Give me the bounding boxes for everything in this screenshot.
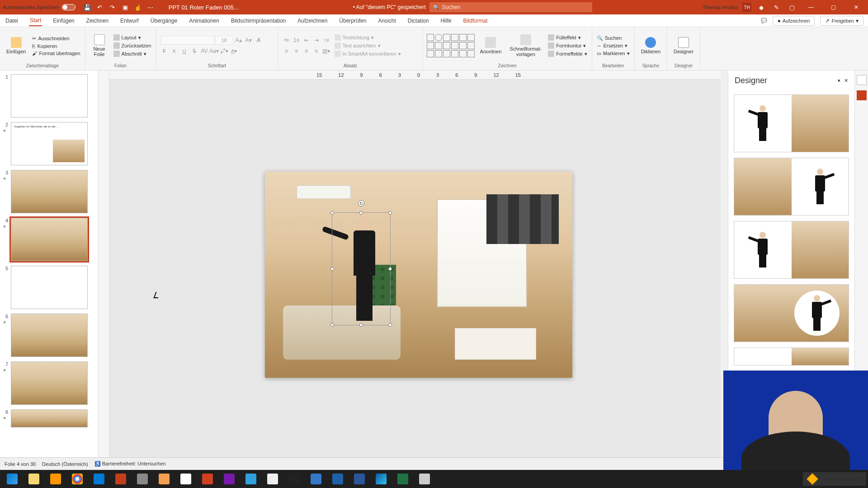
telegram-icon[interactable]	[241, 470, 261, 488]
italic-button[interactable]: K	[170, 47, 179, 56]
bold-button[interactable]: F	[160, 47, 169, 56]
tab-datei[interactable]: Datei	[5, 16, 19, 26]
design-suggestion-1[interactable]	[734, 94, 849, 152]
explorer-icon[interactable]	[24, 470, 44, 488]
smartart-button[interactable]: In SmartArt konvertieren ▾	[334, 50, 402, 57]
reset-button[interactable]: Zurücksetzen	[113, 42, 152, 49]
find-button[interactable]: 🔍Suchen	[596, 35, 631, 42]
slide-thumb-2[interactable]: Vorgehen für Menschen die an der …	[11, 122, 88, 165]
slide-thumb-1[interactable]	[11, 74, 88, 117]
align-left-icon[interactable]: ≡	[282, 47, 291, 56]
slide-thumb-7[interactable]	[11, 361, 88, 405]
rotate-handle[interactable]	[358, 200, 364, 206]
chevron-down-icon[interactable]: ▾	[838, 78, 840, 84]
tab-aufzeichnen[interactable]: Aufzeichnen	[297, 16, 328, 26]
search-box[interactable]: 🔍	[429, 2, 592, 12]
underline-button[interactable]: U	[180, 47, 189, 56]
vlc-icon[interactable]	[154, 470, 175, 488]
resize-handle[interactable]	[330, 323, 334, 327]
new-slide-button[interactable]: Neue Folie	[89, 33, 110, 58]
copy-button[interactable]: ⎘Kopieren	[31, 43, 81, 49]
touch-icon[interactable]: ☝	[132, 2, 143, 13]
tab-bildformat[interactable]: Bildformat	[462, 16, 488, 26]
undo-icon[interactable]: ↶	[94, 2, 105, 13]
app-icon[interactable]	[414, 470, 435, 488]
onenote-icon[interactable]	[219, 470, 240, 488]
indent-dec-icon[interactable]: ⇤	[302, 36, 311, 45]
design-suggestion-3[interactable]	[734, 221, 849, 279]
font-size-select[interactable]: 18	[215, 36, 233, 45]
resize-handle[interactable]	[359, 211, 363, 215]
rail-designer-icon[interactable]	[857, 90, 867, 100]
designer-button[interactable]: Designer	[671, 36, 696, 55]
qat-more-icon[interactable]: ⋯	[145, 2, 156, 13]
shape-effects-button[interactable]: Formeffekte ▾	[547, 50, 588, 57]
rail-button-1[interactable]	[857, 75, 867, 85]
paste-button[interactable]: Einfügen	[4, 36, 28, 55]
redo-icon[interactable]: ↷	[107, 2, 118, 13]
font-family-select[interactable]	[160, 36, 214, 45]
shapes-gallery[interactable]	[427, 34, 475, 57]
coming-soon-icon[interactable]: ◆	[756, 2, 767, 13]
highlight-button[interactable]: 🖍▾	[220, 47, 229, 56]
cut-button[interactable]: ✂Ausschneiden	[31, 35, 81, 42]
present-icon[interactable]: ▣	[120, 2, 131, 13]
start-button[interactable]	[2, 470, 23, 488]
strike-button[interactable]: S̶	[190, 47, 199, 56]
comments-icon[interactable]: 💬	[761, 18, 767, 23]
tab-ansicht[interactable]: Ansicht	[377, 16, 396, 26]
camtasia-icon[interactable]	[306, 470, 326, 488]
app-icon[interactable]	[327, 470, 348, 488]
chrome-icon[interactable]	[67, 470, 88, 488]
slide-counter[interactable]: Folie 4 von 30	[5, 461, 36, 467]
taskbar-notification[interactable]: Construction on W	[803, 472, 866, 486]
window-icon[interactable]: ▢	[787, 2, 797, 13]
resize-handle[interactable]	[388, 267, 392, 271]
selection-box[interactable]	[332, 212, 391, 325]
slide-thumb-6[interactable]	[11, 314, 88, 357]
clear-format-icon[interactable]: A̸	[254, 36, 263, 45]
section-button[interactable]: Abschnitt ▾	[113, 50, 152, 57]
minimize-button[interactable]: ―	[802, 0, 820, 14]
tab-entwurf[interactable]: Entwurf	[119, 16, 140, 26]
case-button[interactable]: Aa▾	[210, 47, 219, 56]
tab-uebergaenge[interactable]: Übergänge	[150, 16, 178, 26]
slide-canvas[interactable]	[265, 172, 572, 378]
tab-zeichnen[interactable]: Zeichnen	[85, 16, 109, 26]
pen-icon[interactable]: ✎	[771, 2, 782, 13]
slide-thumbnail-panel[interactable]: 1 2★Vorgehen für Menschen die an der … 3…	[0, 70, 99, 470]
language-status[interactable]: Deutsch (Österreich)	[42, 461, 88, 467]
resize-handle[interactable]	[330, 267, 334, 271]
indent-inc-icon[interactable]: ⇥	[312, 36, 321, 45]
search-input[interactable]	[442, 4, 589, 10]
app-icon[interactable]	[175, 470, 196, 488]
resize-handle[interactable]	[388, 323, 392, 327]
shape-outline-button[interactable]: Formkontur ▾	[547, 42, 588, 49]
outlook-icon[interactable]	[89, 470, 109, 488]
tab-einfuegen[interactable]: Einfügen	[52, 16, 75, 26]
design-suggestion-5[interactable]	[734, 347, 849, 366]
firefox-icon[interactable]	[45, 470, 66, 488]
save-icon[interactable]: 💾	[82, 2, 93, 13]
align-text-button[interactable]: Text ausrichten ▾	[334, 42, 402, 49]
share-button[interactable]: ↗ Freigeben ▾	[820, 16, 863, 26]
edge-icon[interactable]	[371, 470, 392, 488]
accessibility-status[interactable]: ♿ Barrierefreiheit: Untersuchen	[94, 461, 166, 467]
quick-styles-button[interactable]: Schnellformat- vorlagen	[507, 33, 544, 58]
resize-handle[interactable]	[330, 211, 334, 215]
tab-start[interactable]: Start	[29, 15, 42, 26]
align-center-icon[interactable]: ≡	[292, 47, 301, 56]
maximize-button[interactable]: ▢	[825, 0, 843, 14]
tab-ueberpruefen[interactable]: Überprüfen	[338, 16, 367, 26]
columns-icon[interactable]: ▥▾	[322, 47, 331, 56]
slide-thumb-3[interactable]	[11, 170, 88, 213]
replace-button[interactable]: ↔Ersetzen ▾	[596, 42, 631, 49]
resize-handle[interactable]	[359, 323, 363, 327]
shadow-button[interactable]: AV	[200, 47, 209, 56]
slide-thumb-5[interactable]	[11, 266, 88, 309]
excel-icon[interactable]	[392, 470, 413, 488]
tab-hilfe[interactable]: Hilfe	[439, 16, 452, 26]
windows-taskbar[interactable]: Construction on W	[0, 470, 868, 488]
justify-icon[interactable]: ≡	[312, 47, 321, 56]
text-direction-button[interactable]: Textrichtung ▾	[334, 34, 402, 41]
